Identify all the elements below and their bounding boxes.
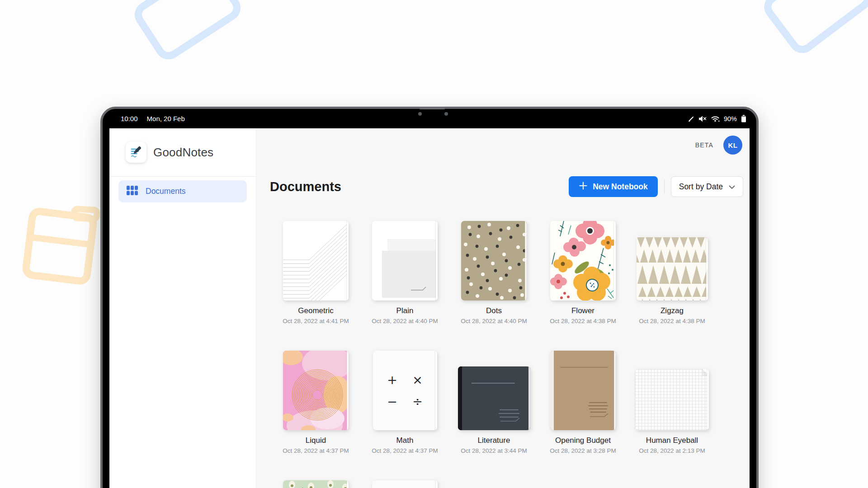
cover-art-math: + × − ÷ — [373, 351, 437, 430]
button-divider — [664, 180, 665, 193]
sort-label: Sort by Date — [679, 182, 723, 192]
notebook-tile[interactable]: Liquid Oct 28, 2022 at 4:37 PM — [271, 351, 360, 455]
cover-art-plain — [372, 221, 438, 300]
page-background: { "status_bar": { "time": "10:00", "date… — [0, 0, 868, 488]
math-minus-symbol: − — [382, 391, 402, 411]
wifi-icon — [711, 115, 720, 122]
notebook-date: Oct 28, 2022 at 2:13 PM — [639, 447, 705, 455]
sort-by-date-dropdown[interactable]: Sort by Date — [671, 176, 743, 197]
notebook-tile[interactable]: Opening Budget Oct 28, 2022 at 3:28 PM — [538, 351, 627, 455]
notebook-grid: Geometric Oct 28, 2022 at 4:41 PM Plain … — [271, 221, 750, 488]
notebook-date: Oct 28, 2022 at 4:37 PM — [283, 447, 349, 455]
notebook-date: Oct 28, 2022 at 4:40 PM — [461, 317, 527, 325]
notebook-tile-partial[interactable] — [360, 480, 449, 488]
goodnotes-logo-icon — [126, 142, 146, 163]
cover-art-literature — [458, 366, 530, 430]
folder-outline-decoration-left — [21, 206, 98, 286]
notebook-tile[interactable]: Zigzag Oct 28, 2022 at 4:38 PM — [627, 221, 717, 325]
status-bar: 10:00 Mon, 20 Feb 90% — [103, 109, 756, 128]
notebook-tile[interactable]: Dots Oct 28, 2022 at 4:40 PM — [449, 221, 538, 325]
notebook-date: Oct 28, 2022 at 4:38 PM — [639, 317, 705, 325]
avatar[interactable]: KL — [723, 136, 742, 155]
notebook-tile[interactable]: Flower Oct 28, 2022 at 4:38 PM — [538, 221, 627, 325]
chevron-down-icon — [729, 182, 735, 192]
page-fold — [702, 369, 709, 376]
cover-art-liquid — [283, 351, 349, 430]
notebook-name: Zigzag — [660, 306, 684, 316]
notebook-date: Oct 28, 2022 at 4:37 PM — [372, 447, 438, 455]
battery-percent: 90% — [724, 115, 737, 122]
sidebar-item-documents[interactable]: Documents — [118, 180, 247, 202]
cover-art-partial-white — [372, 480, 438, 488]
cover-art-flower — [550, 221, 616, 300]
cover-art-dots — [461, 221, 527, 300]
notebook-name: Opening Budget — [555, 436, 611, 446]
notebook-name: Dots — [486, 306, 502, 316]
notebook-name: Geometric — [298, 306, 333, 316]
notebook-tile[interactable]: Geometric Oct 28, 2022 at 4:41 PM — [271, 221, 360, 325]
plus-icon — [579, 181, 588, 192]
beta-badge: BETA — [695, 141, 713, 149]
cover-art-geometric — [283, 221, 349, 300]
notebook-tile[interactable]: Plain Oct 28, 2022 at 4:40 PM — [360, 221, 449, 325]
math-plus-symbol: + — [382, 370, 402, 389]
stylus-icon — [688, 116, 694, 122]
brand-name: GoodNotes — [153, 145, 213, 160]
battery-icon — [741, 115, 746, 122]
grid-icon — [127, 186, 138, 197]
main-content[interactable]: BETA KL Documents New Notebook Sort by D… — [256, 128, 750, 488]
page-title: Documents — [270, 179, 569, 194]
notebook-date: Oct 28, 2022 at 4:40 PM — [372, 317, 438, 325]
tablet-device-frame: 10:00 Mon, 20 Feb 90% — [100, 107, 759, 488]
notebook-name: Plain — [396, 306, 414, 316]
new-notebook-label: New Notebook — [593, 182, 648, 192]
sound-muted-icon — [698, 116, 707, 122]
notebook-date: Oct 28, 2022 at 3:28 PM — [550, 447, 616, 455]
notebook-name: Literature — [478, 436, 510, 446]
notebook-tile[interactable]: Human Eyeball Oct 28, 2022 at 2:13 PM — [627, 351, 717, 455]
status-date: Mon, 20 Feb — [147, 115, 185, 122]
account-row: BETA KL — [256, 128, 750, 155]
notebook-tile[interactable]: Literature Oct 28, 2022 at 3:44 PM — [449, 351, 538, 455]
cover-art-budget — [550, 351, 616, 430]
folder-outline-decoration-top-left — [130, 0, 246, 65]
notebook-name: Flower — [571, 306, 594, 316]
notebook-date: Oct 28, 2022 at 4:41 PM — [283, 317, 349, 325]
sidebar-item-label: Documents — [146, 187, 186, 196]
sidebar: GoodNotes Documents — [109, 128, 256, 488]
notebook-name: Liquid — [306, 436, 326, 446]
cover-art-partial-green — [283, 480, 349, 488]
notebook-tile[interactable]: + × − ÷ Math Oct 28, 2022 at 4:37 PM — [360, 351, 449, 455]
app-screen: GoodNotes Documents BETA KL Documents — [109, 128, 750, 488]
new-notebook-button[interactable]: New Notebook — [569, 176, 658, 197]
notebook-date: Oct 28, 2022 at 4:38 PM — [550, 317, 616, 325]
notebook-tile-partial[interactable] — [271, 480, 360, 488]
math-divide-symbol: ÷ — [408, 391, 428, 411]
notebook-name: Human Eyeball — [646, 436, 698, 446]
cover-art-graph-paper — [635, 369, 709, 430]
notebook-date: Oct 28, 2022 at 3:44 PM — [461, 447, 527, 455]
page-header: Documents New Notebook Sort by Date — [270, 176, 743, 197]
status-time: 10:00 — [121, 115, 138, 122]
folder-outline-decoration-top-right — [759, 0, 868, 58]
app-logo: GoodNotes — [109, 128, 256, 177]
notebook-name: Math — [396, 436, 414, 446]
math-multiply-symbol: × — [408, 370, 428, 389]
cover-art-zigzag — [637, 237, 708, 300]
